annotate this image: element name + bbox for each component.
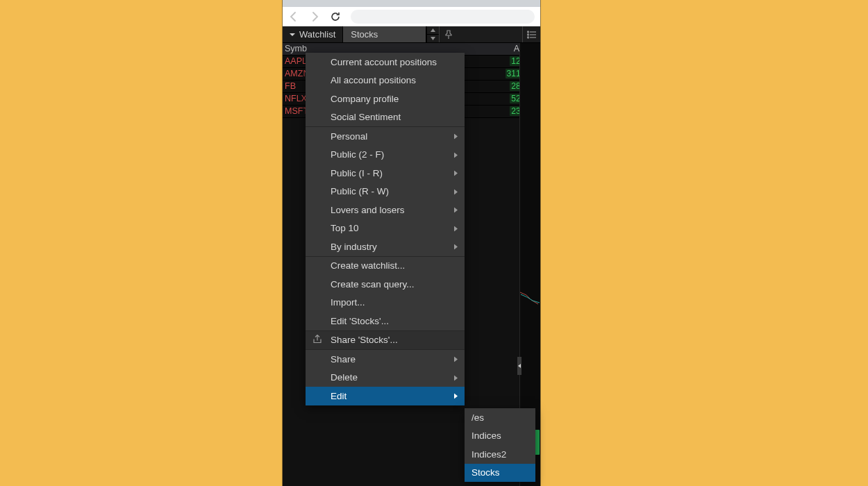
svg-point-3 bbox=[527, 34, 528, 35]
chevron-right-icon bbox=[454, 354, 458, 364]
submenu-item[interactable]: Indices2 bbox=[465, 445, 535, 464]
address-bar[interactable] bbox=[351, 10, 535, 24]
watchlist-selector[interactable]: Stocks bbox=[343, 26, 426, 42]
chevron-right-icon bbox=[454, 205, 458, 215]
chevron-right-icon bbox=[454, 149, 458, 160]
menu-item[interactable]: Edit 'Stocks'... bbox=[306, 312, 465, 330]
chevron-right-icon bbox=[454, 223, 458, 233]
chevron-down-icon bbox=[290, 29, 295, 40]
chevron-right-icon bbox=[454, 372, 458, 383]
svg-point-5 bbox=[527, 37, 528, 38]
chevron-right-icon bbox=[454, 168, 458, 178]
context-menu: Current account positions All account po… bbox=[306, 53, 465, 405]
ctx-group-lists: Personal Public (2 - F) Public (I - R) P… bbox=[306, 127, 465, 256]
menu-item-submenu[interactable]: Share bbox=[306, 350, 465, 369]
watchlist-toolbar: Watchlist Stocks bbox=[283, 26, 540, 43]
browser-tab-strip bbox=[283, 0, 540, 7]
menu-item-submenu[interactable]: Public (2 - F) bbox=[306, 146, 465, 165]
reload-button[interactable] bbox=[330, 11, 341, 22]
menu-item-submenu[interactable]: Public (R - W) bbox=[306, 183, 465, 201]
menu-item-submenu[interactable]: Edit bbox=[306, 387, 465, 405]
collapse-handle[interactable] bbox=[517, 357, 521, 375]
back-button[interactable] bbox=[288, 11, 299, 22]
menu-item[interactable]: Create scan query... bbox=[306, 275, 465, 294]
list-view-button[interactable] bbox=[522, 26, 540, 42]
menu-item-submenu[interactable]: Top 10 bbox=[306, 219, 465, 238]
menu-item-submenu[interactable]: Personal bbox=[306, 127, 465, 146]
ctx-group-actions: Create watchlist... Create scan query...… bbox=[306, 257, 465, 330]
ctx-group-crud: Share Delete Edit bbox=[306, 350, 465, 405]
watchlist-label: Watchlist bbox=[299, 29, 335, 40]
edit-submenu: /es Indices Indices2 Stocks bbox=[465, 408, 535, 482]
share-icon bbox=[312, 334, 322, 346]
watchlist-selector-label: Stocks bbox=[351, 29, 378, 40]
menu-item[interactable]: Create watchlist... bbox=[306, 257, 465, 276]
stepper-down-icon[interactable] bbox=[427, 35, 439, 42]
chevron-right-icon bbox=[454, 186, 458, 196]
chevron-right-icon bbox=[454, 391, 458, 401]
ctx-group-nav: Current account positions All account po… bbox=[306, 53, 465, 126]
menu-item[interactable]: Social Sentiment bbox=[306, 108, 465, 127]
menu-item[interactable]: Current account positions bbox=[306, 53, 465, 72]
menu-item-submenu[interactable]: Public (I - R) bbox=[306, 164, 465, 183]
browser-toolbar bbox=[283, 7, 540, 26]
menu-item-label: Share 'Stocks'... bbox=[331, 335, 398, 345]
submenu-item[interactable]: /es bbox=[465, 408, 535, 427]
menu-item-submenu[interactable]: Lovers and losers bbox=[306, 201, 465, 219]
watchlist-button[interactable]: Watchlist bbox=[283, 26, 343, 42]
forward-button[interactable] bbox=[309, 11, 320, 22]
stepper-control[interactable] bbox=[426, 26, 439, 42]
stepper-up-icon[interactable] bbox=[427, 26, 439, 35]
chevron-right-icon bbox=[454, 242, 458, 252]
menu-item[interactable]: Import... bbox=[306, 294, 465, 312]
menu-item-submenu[interactable]: Delete bbox=[306, 369, 465, 387]
submenu-item[interactable]: Stocks bbox=[465, 464, 535, 483]
chevron-right-icon bbox=[454, 131, 458, 142]
menu-item[interactable]: All account positions bbox=[306, 72, 465, 90]
svg-point-1 bbox=[527, 31, 528, 33]
sparkline-icon bbox=[520, 290, 540, 307]
menu-item-share-stocks[interactable]: Share 'Stocks'... bbox=[306, 331, 465, 350]
pin-button[interactable] bbox=[439, 26, 457, 42]
submenu-item[interactable]: Indices bbox=[465, 427, 535, 446]
menu-item[interactable]: Company profile bbox=[306, 90, 465, 108]
menu-item-submenu[interactable]: By industry bbox=[306, 237, 465, 256]
